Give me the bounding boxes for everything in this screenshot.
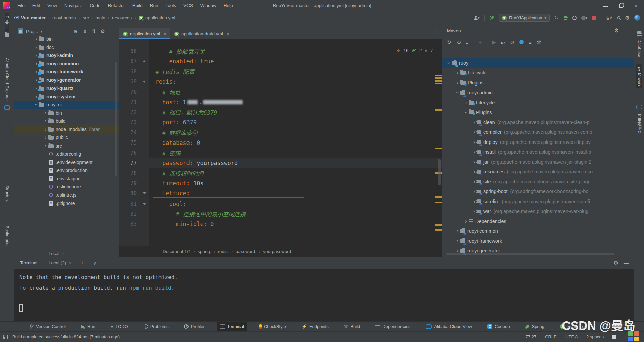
chevron-expanded-icon[interactable]: › [34,102,39,107]
new-terminal-tab-button[interactable]: + [76,258,88,268]
caret-position[interactable]: 77:27 [526,334,537,339]
breadcrumb-item[interactable]: ruoyi-admin [52,15,76,20]
hide-panel-icon[interactable]: — [110,28,115,34]
download-sources-icon[interactable]: ⭣ [466,39,468,45]
locate-file-icon[interactable]: ⊕ [74,28,78,34]
maven-horizontal-scrollbar[interactable] [446,253,614,255]
run-maven-build-icon[interactable]: ▶ [492,39,496,45]
translate-icon[interactable]: 文A [606,15,612,21]
project-tree-item[interactable]: ›build [14,117,119,125]
project-tree-item[interactable]: ›.env.staging [14,175,119,183]
project-tree-item[interactable]: ›ruoyi-generator [14,76,119,84]
project-tree-item[interactable]: ›ruoyi-common [14,60,119,68]
breadcrumb-item[interactable]: application.yml [145,15,175,20]
maven-tree-item[interactable]: ›spring-boot(org.springframework.boot:sp… [442,187,634,197]
chevron-collapsed-icon[interactable]: › [472,179,477,184]
sidebar-tab-maven[interactable]: mMaven [636,64,642,88]
tool-window-button-endpoints[interactable]: ⚡Endpoints [299,322,331,332]
chevron-expanded-icon[interactable]: › [463,110,469,115]
build-hammer-icon[interactable]: ⚒ [489,15,494,21]
editor-tab[interactable]: application.yml× [119,28,170,39]
menu-item-run[interactable]: Run [147,2,161,9]
chevron-collapsed-icon[interactable]: › [472,120,477,125]
warning-stripe-mark[interactable] [435,83,442,84]
chevron-collapsed-icon[interactable]: › [455,228,460,234]
fold-icon[interactable] [143,60,146,62]
sidebar-tab-alibaba-cloud-explorer[interactable]: Alibaba Cloud Explorer [5,55,9,104]
project-view-selector[interactable]: Proj... [26,29,38,34]
sidebar-tab-app-observer[interactable]: 应用观测器 [636,111,642,137]
terminal-settings-gear-icon[interactable]: ⚙ [614,260,618,266]
tool-window-button-build[interactable]: ⚒Build [341,322,363,332]
menu-item-vcs[interactable]: VCS [180,2,196,9]
maven-wrench-icon[interactable]: ⚒ [537,39,541,45]
reload-maven-icon[interactable]: ↻ [447,39,451,45]
code-line[interactable]: 81 pool: [119,198,442,209]
maven-tree-item[interactable]: ›surefire(org.apache.maven.plugins:maven… [442,196,634,207]
maven-tree-item[interactable]: ›ruoyi-common [442,226,634,236]
warning-stripe-mark[interactable] [435,224,442,226]
warning-stripe-mark[interactable] [435,77,442,79]
project-tree-item[interactable]: ›ruoyi-quartz [14,84,119,93]
user-account-icon[interactable]: ▾ [473,16,480,20]
fold-icon[interactable] [143,192,146,194]
fold-icon[interactable] [143,203,146,205]
tool-window-button-profiler[interactable]: Profiler [181,322,207,332]
readonly-lock-icon[interactable] [612,335,616,339]
tool-window-button-run[interactable]: ▶Run [78,322,98,332]
search-icon[interactable] [617,16,620,19]
tool-window-button-todo[interactable]: ≡TODO [108,322,131,332]
terminal-output[interactable]: Note that the development build is not o… [14,269,634,322]
terminal-tab[interactable]: Local× [45,249,75,258]
tool-window-button-problems[interactable]: !Problems [141,322,171,332]
settings-gear-icon[interactable]: ⚙ [625,15,630,21]
warning-stripe-mark[interactable] [435,148,442,149]
yaml-breadcrumb-item[interactable]: password: [236,249,257,254]
project-tree-item[interactable]: ›ruoyi-system [14,93,119,101]
menu-item-edit[interactable]: Edit [29,2,43,9]
maven-tree-item[interactable]: ›deploy(org.apache.maven.plugins:maven-d… [442,137,634,147]
show-dependencies-icon[interactable]: ≡ [529,40,532,45]
chevron-collapsed-icon[interactable]: › [463,219,469,224]
menu-item-code[interactable]: Code [87,2,103,9]
close-tab-icon[interactable]: × [227,31,229,36]
project-tree-item[interactable]: ›src [14,142,119,150]
skip-tests-icon[interactable]: ⊘ [510,39,514,45]
run-configuration-select[interactable]: RuoYiApplication ▾ [499,14,550,22]
sidebar-tab-database[interactable]: Database [637,37,642,60]
chevron-collapsed-icon[interactable]: › [43,118,48,124]
maven-tree-item[interactable]: ›Plugins [442,108,634,118]
project-tree-item[interactable]: ›ruoyi-framework [14,68,119,76]
warning-stripe-mark[interactable] [435,229,442,231]
project-tree-item[interactable]: ›bin [14,109,119,117]
chevron-collapsed-icon[interactable]: › [472,209,477,214]
breadcrumb-item[interactable]: src [83,15,89,20]
maven-tree-item[interactable]: ›compiler(org.apache.maven.plugins:maven… [442,127,634,137]
collapse-all-icon[interactable]: ⇅ [92,28,96,34]
maven-settings-gear-icon[interactable]: ⚙ [614,27,619,34]
chevron-collapsed-icon[interactable]: › [472,169,477,174]
project-tree-item[interactable]: ›node_moduleslibrar [14,125,119,134]
tool-window-button-terminal[interactable]: >_Terminal [217,322,247,332]
close-tab-icon[interactable]: × [164,31,166,36]
maven-tree-item[interactable]: ›jar(org.apache.maven.plugins:maven-jar-… [442,157,634,167]
chevron-collapsed-icon[interactable]: › [472,159,477,165]
sidebar-tab-project[interactable]: Project [5,13,9,32]
maven-tree-item[interactable]: ›site(org.apache.maven.plugins:maven-sit… [442,177,634,187]
close-button[interactable]: × [629,0,644,11]
terminal-tab-dropdown-icon[interactable]: ∨ [89,258,100,268]
chevron-collapsed-icon[interactable]: › [472,189,477,194]
encoding-select[interactable]: UTF-8 [565,334,578,339]
breadcrumb-item[interactable]: resources [112,15,132,20]
yaml-breadcrumb-item[interactable]: spring: [198,249,211,254]
code-line[interactable]: 70 # 地址 [119,87,442,97]
maximize-button[interactable] [613,0,629,11]
menu-item-window[interactable]: Window [197,2,219,9]
code-line[interactable]: 67 enabled: true [119,56,442,66]
sidebar-tab-structure[interactable]: Structure [5,183,9,205]
project-tree-item[interactable]: ›.env.production [14,166,119,175]
maven-tree-item[interactable]: ›Lifecycle [442,98,634,108]
add-maven-project-icon[interactable]: + [478,39,482,46]
maven-tree-item[interactable]: ›install(org.apache.maven.plugins:maven-… [442,147,634,157]
yaml-breadcrumb-item[interactable]: redis: [218,249,229,254]
